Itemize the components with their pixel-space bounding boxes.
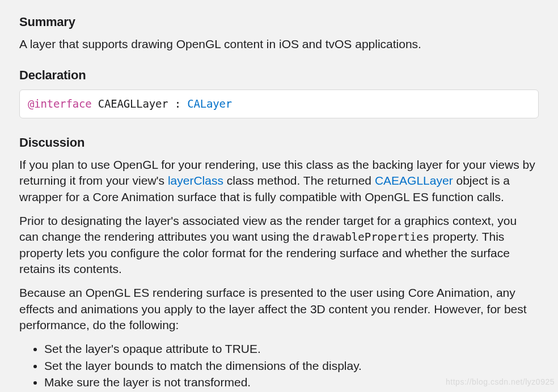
declaration-section: Declaration @interface CAEAGLLayer : CAL… <box>19 67 539 118</box>
summary-text: A layer that supports drawing OpenGL con… <box>19 36 539 52</box>
discussion-heading: Discussion <box>19 134 539 151</box>
declaration-code: @interface CAEAGLLayer : CALayer <box>19 90 539 119</box>
list-item: Set the layer's opaque attribute to TRUE… <box>44 341 539 357</box>
summary-section: Summary A layer that supports drawing Op… <box>19 14 539 52</box>
list-item: Set the layer bounds to match the dimens… <box>44 358 539 374</box>
caeagllayer-link[interactable]: CAEAGLLayer <box>375 174 453 187</box>
performance-list: Set the layer's opaque attribute to TRUE… <box>19 341 539 392</box>
declaration-heading: Declaration <box>19 67 539 84</box>
keyword-interface: @interface <box>28 97 92 110</box>
discussion-section: Discussion If you plan to use OpenGL for… <box>19 134 539 392</box>
summary-heading: Summary <box>19 14 539 31</box>
calayer-link[interactable]: CALayer <box>187 97 232 110</box>
p1-text-b: class method. The returned <box>223 174 375 187</box>
discussion-p2: Prior to designating the layer's associa… <box>19 213 539 277</box>
list-item: Make sure the layer is not transformed. <box>44 374 539 390</box>
discussion-p1: If you plan to use OpenGL for your rende… <box>19 157 539 205</box>
layerclass-link[interactable]: layerClass <box>168 174 223 187</box>
drawableproperties-code: drawableProperties <box>312 231 429 243</box>
declaration-mid: CAEAGLLayer : <box>92 97 188 110</box>
discussion-p3: Because an OpenGL ES rendering surface i… <box>19 285 539 333</box>
